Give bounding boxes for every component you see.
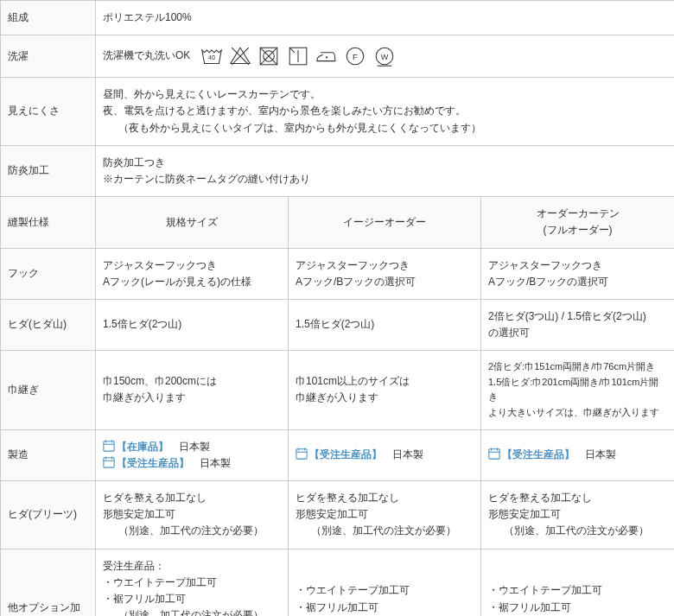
label-hook: フック <box>1 248 96 299</box>
calendar-icon <box>103 440 115 452</box>
dry-shade-icon <box>286 44 310 68</box>
no-tumble-icon <box>257 44 281 68</box>
pm-c1: 1.5倍ヒダ(2つ山) <box>96 299 289 350</box>
made-jp-1: 日本製 <box>179 441 210 453</box>
vis-line2: 夜、電気を点けると透けますが、室内から景色を楽しみたい方にお勧めです。 <box>103 105 466 117</box>
mfg-c1: 【在庫品】 日本製 【受注生産品】 日本製 <box>96 429 289 480</box>
row-pleat: ヒダ(プリーツ) ヒダを整える加工なし形態安定加工可（別途、加工代の注文が必要）… <box>1 481 675 549</box>
row-fireproof: 防炎加工 防炎加工つき ※カーテンに防炎ネームタグの縫い付けあり <box>1 145 675 196</box>
iron-low-icon <box>315 44 339 68</box>
spec-table: 組成 ポリエステル100% 洗濯 洗濯機で丸洗いOK 40 F W 見えにくさ … <box>0 0 674 616</box>
made-jp-4: 日本製 <box>585 448 616 460</box>
seam-c2: 巾101cm以上のサイズは巾継ぎが入ります <box>289 351 481 429</box>
made-jp-2: 日本製 <box>200 457 231 469</box>
pleat-c1: ヒダを整える加工なし形態安定加工可（別途、加工代の注文が必要） <box>96 481 289 549</box>
row-visibility: 見えにくさ 昼間、外から見えにくいレースカーテンです。 夜、電気を点けると透けま… <box>1 78 675 146</box>
order-tag: 【受注生産品】 <box>502 448 575 460</box>
order-tag: 【受注生産品】 <box>309 448 382 460</box>
value-composition: ポリエステル100% <box>96 1 675 35</box>
no-bleach-icon <box>228 44 252 68</box>
order-tag: 【受注生産品】 <box>117 457 189 469</box>
svg-text:F: F <box>353 52 358 61</box>
pleat-c3: ヒダを整える加工なし形態安定加工可（別途、加工代の注文が必要） <box>481 481 675 549</box>
svg-line-13 <box>289 48 295 53</box>
seam-c3: 2倍ヒダ:巾151cm両開き/巾76cm片開き1.5倍ヒダ:巾201cm両開き/… <box>481 351 675 429</box>
vis-line1: 昼間、外から見えにくいレースカーテンです。 <box>103 88 321 100</box>
label-pleat-mountain: ヒダ(ヒダ山) <box>1 299 96 350</box>
label-pleat: ヒダ(プリーツ) <box>1 481 96 549</box>
fire-line2: ※カーテンに防炎ネームタグの縫い付けあり <box>103 173 310 185</box>
hook-c1: アジャスターフックつきAフック(レールが見える)の仕様 <box>96 248 289 299</box>
hook-c3: アジャスターフックつきAフック/Bフックの選択可 <box>481 248 675 299</box>
label-composition: 組成 <box>1 1 96 35</box>
calendar-icon <box>103 456 115 468</box>
pleat-c2: ヒダを整える加工なし形態安定加工可（別途、加工代の注文が必要） <box>289 481 481 549</box>
value-visibility: 昼間、外から見えにくいレースカーテンです。 夜、電気を点けると透けますが、室内か… <box>96 78 675 146</box>
seam-c1: 巾150cm、巾200cmには巾継ぎが入ります <box>96 351 289 429</box>
col-full-b: (フルオーダー) <box>544 224 613 236</box>
fire-line1: 防炎加工つき <box>103 156 165 168</box>
col-standard: 規格サイズ <box>96 197 289 248</box>
vis-line3: （夜も外から見えにくいタイプは、室内からも外が見えにくくなっています） <box>103 120 481 137</box>
option-c2: ・ウエイトテープ加工可 ・裾フリル加工可 （別途、加工代の注文が必要） ※形態安… <box>289 549 481 616</box>
row-wash: 洗濯 洗濯機で丸洗いOK 40 F W <box>1 35 675 78</box>
wetclean-w-icon: W <box>372 44 397 68</box>
option-c1: 受注生産品： ・ウエイトテープ加工可 ・裾フリル加工可 （別途、加工代の注文が必… <box>96 549 289 616</box>
stock-tag: 【在庫品】 <box>117 441 168 453</box>
care-symbols: 40 F W <box>199 44 397 68</box>
value-wash: 洗濯機で丸洗いOK 40 F W <box>96 35 675 78</box>
label-wash: 洗濯 <box>1 35 96 78</box>
pm-c2: 1.5倍ヒダ(2つ山) <box>289 299 481 350</box>
mfg-c3: 【受注生産品】 日本製 <box>481 429 675 480</box>
hook-c2: アジャスターフックつきAフック/Bフックの選択可 <box>289 248 481 299</box>
value-fireproof: 防炎加工つき ※カーテンに防炎ネームタグの縫い付けあり <box>96 145 675 196</box>
svg-point-14 <box>326 57 327 59</box>
calendar-icon <box>296 448 308 460</box>
col-full: オーダーカーテン (フルオーダー) <box>481 197 675 248</box>
dryclean-f-icon: F <box>343 44 367 68</box>
mfg-c2: 【受注生産品】 日本製 <box>289 429 481 480</box>
row-seam: 巾継ぎ 巾150cm、巾200cmには巾継ぎが入ります 巾101cm以上のサイズ… <box>1 351 675 429</box>
label-option: 他オプション加工 <box>1 549 96 616</box>
row-hook: フック アジャスターフックつきAフック(レールが見える)の仕様 アジャスターフッ… <box>1 248 675 299</box>
label-visibility: 見えにくさ <box>1 78 96 146</box>
row-manufacture: 製造 【在庫品】 日本製 【受注生産品】 日本製 【受注生産品】 日本製 【受注… <box>1 429 675 480</box>
wash-text: 洗濯機で丸洗いOK <box>103 49 190 61</box>
row-composition: 組成 ポリエステル100% <box>1 1 675 35</box>
svg-text:40: 40 <box>208 54 215 60</box>
pm-c3: 2倍ヒダ(3つ山) / 1.5倍ヒダ(2つ山)の選択可 <box>481 299 675 350</box>
col-easy: イージーオーダー <box>289 197 481 248</box>
label-seam: 巾継ぎ <box>1 351 96 429</box>
row-option: 他オプション加工 受注生産品： ・ウエイトテープ加工可 ・裾フリル加工可 （別途… <box>1 549 675 616</box>
label-spec: 縫製仕様 <box>1 197 96 248</box>
col-full-a: オーダーカーテン <box>537 207 620 219</box>
made-jp-3: 日本製 <box>392 448 423 460</box>
svg-text:W: W <box>380 53 388 61</box>
row-spec-header: 縫製仕様 規格サイズ イージーオーダー オーダーカーテン (フルオーダー) <box>1 197 675 248</box>
option-c3: ・ウエイトテープ加工可 ・裾フリル加工可 （別途、加工代の注文が必要） ※形態安… <box>481 549 675 616</box>
label-manufacture: 製造 <box>1 429 96 480</box>
wash-40-icon: 40 <box>200 44 224 68</box>
label-fireproof: 防炎加工 <box>1 145 96 196</box>
calendar-icon <box>488 448 500 460</box>
row-pleat-mountain: ヒダ(ヒダ山) 1.5倍ヒダ(2つ山) 1.5倍ヒダ(2つ山) 2倍ヒダ(3つ山… <box>1 299 675 350</box>
